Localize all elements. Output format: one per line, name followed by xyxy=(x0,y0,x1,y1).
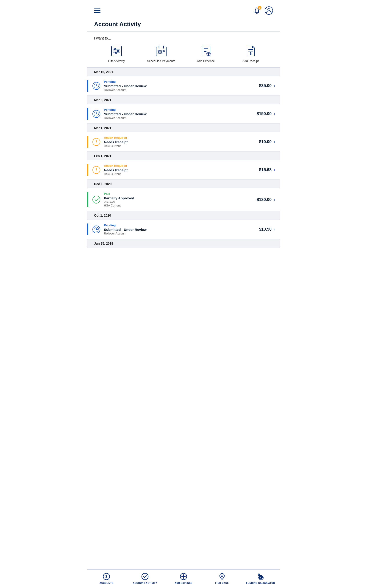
date-header-mar8: Mar 8, 2021 xyxy=(87,95,280,104)
bottom-spacer xyxy=(87,248,280,268)
date-header-mar1: Mar 1, 2021 xyxy=(87,124,280,132)
activity-date-sub: 03/17/21 xyxy=(104,200,257,204)
status-label: Pending xyxy=(104,80,259,83)
notification-count: 1 xyxy=(258,6,261,10)
activity-item[interactable]: Paid Partially Approved 03/17/21 HSA Cur… xyxy=(87,188,280,211)
activity-item[interactable]: ! Action Required Needs Receipt HSA Curr… xyxy=(87,160,280,180)
svg-rect-15 xyxy=(163,50,165,52)
action-buttons-row: Filter Activity Scheduled Payments xyxy=(94,44,273,65)
scheduled-payments-label: Scheduled Payments xyxy=(147,59,175,63)
activity-list: Mar 16, 2021 Pending Submitted - Under R… xyxy=(87,68,280,248)
filter-activity-button[interactable]: Filter Activity xyxy=(97,44,136,63)
activity-subtitle: HSA Current xyxy=(104,204,257,207)
app-header: 1 xyxy=(87,0,280,18)
svg-point-4 xyxy=(115,48,116,50)
activity-item[interactable]: Pending Submitted - Under Review Rollove… xyxy=(87,76,280,95)
activity-title: Needs Receipt xyxy=(104,140,259,144)
activity-amount: $120.00 xyxy=(257,197,272,202)
svg-point-40 xyxy=(93,196,100,203)
date-header-jun25: Jun 25, 2018 xyxy=(87,239,280,248)
activity-subtitle: HSA Current xyxy=(104,144,259,148)
svg-point-1 xyxy=(268,9,270,11)
activity-amount: $150.00 xyxy=(257,111,272,116)
status-bar-orange xyxy=(87,136,88,148)
activity-title: Partially Approved xyxy=(104,196,257,200)
svg-point-8 xyxy=(115,52,117,53)
activity-content: Action Required Needs Receipt HSA Curren… xyxy=(104,136,259,148)
activity-item[interactable]: Pending Submitted - Under Review Rollove… xyxy=(87,104,280,124)
chevron-right-icon: › xyxy=(274,197,275,202)
action-required-icon: ! xyxy=(92,165,101,175)
activity-subtitle: Rollover Account xyxy=(104,88,259,92)
activity-subtitle: Rollover Account xyxy=(104,116,257,120)
chevron-right-icon: › xyxy=(274,111,275,116)
activity-subtitle: HSA Current xyxy=(104,172,259,176)
svg-rect-16 xyxy=(158,52,159,54)
status-label: Action Required xyxy=(104,164,259,167)
user-icon xyxy=(265,6,273,15)
activity-amount: $15.68 xyxy=(259,167,272,172)
status-label: Pending xyxy=(104,224,259,227)
add-receipt-button[interactable]: $ Add Receipt xyxy=(231,44,270,63)
chevron-right-icon: › xyxy=(274,83,275,88)
status-bar-blue xyxy=(87,224,88,235)
hamburger-menu[interactable] xyxy=(94,9,100,13)
activity-content: Pending Submitted - Under Review Rollove… xyxy=(104,108,257,120)
i-want-to-section: I want to... Filter Activity xyxy=(87,32,280,67)
pending-icon xyxy=(92,109,101,119)
activity-content: Pending Submitted - Under Review Rollove… xyxy=(104,80,259,92)
svg-rect-13 xyxy=(158,50,159,52)
date-header-mar16: Mar 16, 2021 xyxy=(87,68,280,76)
activity-content: Pending Submitted - Under Review Rollove… xyxy=(104,224,259,235)
page-title: Account Activity xyxy=(87,18,280,32)
activity-amount: $35.00 xyxy=(259,83,272,88)
svg-rect-14 xyxy=(161,50,162,52)
activity-amount: $10.00 xyxy=(259,139,272,144)
status-bar-green xyxy=(87,192,88,207)
date-header-oct1: Oct 1, 2020 xyxy=(87,211,280,220)
status-label: Pending xyxy=(104,108,257,111)
status-label: Action Required xyxy=(104,136,259,139)
header-right: 1 xyxy=(253,6,273,15)
activity-title: Submitted - Under Review xyxy=(104,112,257,116)
status-bar-blue xyxy=(87,80,88,92)
activity-title: Needs Receipt xyxy=(104,168,259,172)
filter-activity-label: Filter Activity xyxy=(108,59,125,63)
svg-point-6 xyxy=(117,50,119,52)
activity-content: Action Required Needs Receipt HSA Curren… xyxy=(104,164,259,176)
chevron-right-icon: › xyxy=(274,167,275,172)
status-bar-blue xyxy=(87,108,88,120)
activity-content: Paid Partially Approved 03/17/21 HSA Cur… xyxy=(104,192,257,207)
svg-text:$: $ xyxy=(250,52,252,55)
svg-text:!: ! xyxy=(96,168,97,172)
activity-item[interactable]: ! Action Required Needs Receipt HSA Curr… xyxy=(87,132,280,152)
paid-icon xyxy=(92,195,101,204)
activity-title: Submitted - Under Review xyxy=(104,84,259,88)
user-avatar[interactable] xyxy=(265,6,273,15)
add-receipt-label: Add Receipt xyxy=(242,59,259,63)
pending-icon xyxy=(92,225,101,234)
add-expense-label: Add Expense xyxy=(197,59,215,63)
notification-bell[interactable]: 1 xyxy=(253,7,261,14)
add-expense-button[interactable]: Add Expense xyxy=(186,44,226,63)
chevron-right-icon: › xyxy=(274,139,275,144)
scheduled-payments-button[interactable]: Scheduled Payments xyxy=(142,44,181,63)
activity-subtitle: Rollover Account xyxy=(104,232,259,235)
activity-item[interactable]: Pending Submitted - Under Review Rollove… xyxy=(87,220,280,239)
activity-title: Submitted - Under Review xyxy=(104,228,259,232)
status-bar-orange xyxy=(87,164,88,176)
scheduled-payments-icon xyxy=(155,44,168,57)
pending-icon xyxy=(92,81,101,91)
date-header-feb1: Feb 1, 2021 xyxy=(87,152,280,160)
svg-text:!: ! xyxy=(96,140,97,144)
date-header-dec1: Dec 1, 2020 xyxy=(87,180,280,188)
chevron-right-icon: › xyxy=(274,227,275,232)
add-expense-icon xyxy=(200,44,212,57)
status-label: Paid xyxy=(104,192,257,195)
i-want-to-label: I want to... xyxy=(94,36,273,40)
action-required-icon: ! xyxy=(92,137,101,147)
filter-activity-icon xyxy=(110,44,123,57)
svg-rect-17 xyxy=(161,52,162,54)
activity-amount: $13.50 xyxy=(259,227,272,232)
add-receipt-icon: $ xyxy=(244,44,257,57)
